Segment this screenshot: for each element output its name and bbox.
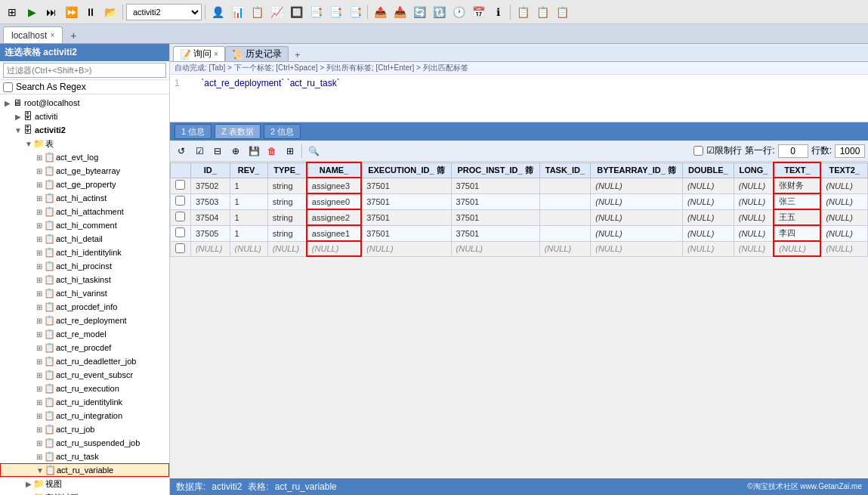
tree-toggle-9[interactable]: ⊞: [35, 221, 44, 230]
cell-0-11[interactable]: 张财务: [774, 178, 820, 193]
toolbar-btn-user[interactable]: 👤: [209, 3, 227, 21]
tree-toggle-2[interactable]: ▼: [14, 126, 23, 135]
tbl-btn-grid2[interactable]: ⊞: [282, 143, 298, 159]
first-row-input[interactable]: [778, 144, 808, 158]
tree-toggle-23[interactable]: ⊞: [35, 412, 44, 420]
cell-2-3[interactable]: string: [267, 209, 307, 225]
tbl-btn-save[interactable]: 💾: [246, 143, 262, 159]
sidebar-tree-item-2[interactable]: ▼🗄activiti2: [0, 123, 169, 137]
cell-4-0[interactable]: [171, 241, 191, 256]
cell-1-11[interactable]: 张三: [774, 193, 820, 209]
sidebar-tree-item-9[interactable]: ⊞📋act_hi_comment: [0, 218, 169, 232]
tbl-btn-filter[interactable]: 🔍: [305, 143, 322, 159]
col-header-1[interactable]: ID_: [190, 162, 230, 178]
col-header-7[interactable]: TASK_ID_: [539, 162, 591, 178]
cell-2-4[interactable]: assignee2: [307, 209, 361, 225]
sidebar-tree-item-1[interactable]: ▶🗄activiti: [0, 110, 169, 123]
tree-toggle-27[interactable]: ▼: [36, 466, 45, 475]
toolbar-btn-tbl3[interactable]: 📈: [267, 3, 286, 21]
tree-toggle-14[interactable]: ⊞: [35, 289, 44, 298]
cell-0-3[interactable]: string: [267, 178, 307, 193]
add-tab-button[interactable]: +: [66, 28, 81, 43]
tree-toggle-15[interactable]: ⊞: [35, 303, 44, 311]
sidebar-tree-item-8[interactable]: ⊞📋act_hi_attachment: [0, 205, 169, 218]
cell-4-6[interactable]: (NULL): [451, 241, 539, 256]
cell-2-7[interactable]: [539, 209, 591, 225]
limit-rows-checkbox[interactable]: [693, 146, 703, 156]
sidebar-tree-item-5[interactable]: ⊞📋act_ge_bytearray: [0, 164, 169, 178]
sidebar-tree-item-15[interactable]: ⊞📋act_procdef_info: [0, 300, 169, 314]
col-header-10[interactable]: LONG_: [734, 162, 774, 178]
cell-1-8[interactable]: (NULL): [591, 193, 683, 209]
cell-4-7[interactable]: (NULL): [539, 241, 591, 256]
result-tab-0[interactable]: 1 信息: [175, 124, 212, 139]
tbl-btn-add[interactable]: ⊕: [227, 143, 244, 159]
cell-3-4[interactable]: assignee1: [307, 225, 361, 241]
toolbar-btn-tbl6[interactable]: 📑: [326, 3, 344, 21]
tree-toggle-18[interactable]: ⊞: [35, 344, 44, 352]
tree-toggle-12[interactable]: ⊞: [35, 262, 44, 271]
toolbar-btn-sync[interactable]: 🔄: [410, 3, 428, 21]
cell-3-3[interactable]: string: [267, 225, 307, 241]
toolbar-btn-tbl7[interactable]: 📑: [346, 3, 364, 21]
table-row-4[interactable]: (NULL)(NULL)(NULL)(NULL)(NULL)(NULL)(NUL…: [171, 241, 868, 256]
tree-toggle-22[interactable]: ⊞: [35, 398, 44, 407]
toolbar-btn-copy3[interactable]: 📋: [553, 3, 571, 21]
cell-4-10[interactable]: (NULL): [734, 241, 774, 256]
tree-toggle-20[interactable]: ⊞: [35, 371, 44, 379]
toolbar-btn-clock[interactable]: 🕐: [449, 3, 468, 21]
cell-0-10[interactable]: (NULL): [734, 178, 774, 193]
tree-toggle-19[interactable]: ⊞: [35, 357, 44, 366]
toolbar-btn-cal[interactable]: 📅: [469, 3, 487, 21]
row-checkbox-0[interactable]: [175, 180, 185, 190]
cell-2-0[interactable]: [171, 209, 191, 225]
row-count-input[interactable]: [835, 144, 865, 158]
cell-2-2[interactable]: 1: [230, 209, 267, 225]
cell-1-4[interactable]: assignee0: [307, 193, 361, 209]
toolbar-btn-next[interactable]: ⏭: [42, 3, 60, 21]
sidebar-tree-item-24[interactable]: ⊞📋act_ru_job: [0, 422, 169, 436]
cell-1-6[interactable]: 37501: [451, 193, 539, 209]
tree-toggle-0[interactable]: ▶: [3, 99, 12, 107]
sidebar-tree-item-12[interactable]: ⊞📋act_hi_procinst: [0, 259, 169, 273]
cell-4-2[interactable]: (NULL): [230, 241, 267, 256]
cell-0-9[interactable]: (NULL): [682, 178, 734, 193]
tree-toggle-28[interactable]: ▶: [24, 480, 33, 488]
col-header-8[interactable]: BYTEARRAY_ID_ 筛: [591, 162, 683, 178]
cell-4-3[interactable]: (NULL): [267, 241, 307, 256]
cell-4-5[interactable]: (NULL): [361, 241, 451, 256]
cell-4-12[interactable]: (NULL): [820, 241, 867, 256]
cell-3-0[interactable]: [171, 225, 191, 241]
tree-toggle-16[interactable]: ⊞: [35, 317, 44, 325]
sidebar-tree-item-25[interactable]: ⊞📋act_ru_suspended_job: [0, 436, 169, 450]
toolbar-btn-copy2[interactable]: 📋: [533, 3, 551, 21]
cell-3-5[interactable]: 37501: [361, 225, 451, 241]
row-checkbox-4[interactable]: [175, 243, 185, 253]
sidebar-tree-item-10[interactable]: ⊞📋act_hi_detail: [0, 232, 169, 246]
sidebar-tree-item-23[interactable]: ⊞📋act_ru_integration: [0, 409, 169, 422]
sidebar-tree-item-20[interactable]: ⊞📋act_ru_event_subscr: [0, 368, 169, 382]
result-tab-2[interactable]: 2 信息: [264, 124, 301, 139]
query-tab-ask[interactable]: 📝 询问 ×: [173, 46, 225, 61]
sidebar-tree-item-7[interactable]: ⊞📋act_hi_actinst: [0, 191, 169, 205]
cell-1-0[interactable]: [171, 193, 191, 209]
tbl-btn-refresh[interactable]: ↺: [173, 143, 190, 159]
toolbar-btn-fast[interactable]: ⏩: [62, 3, 80, 21]
sidebar-tree-item-13[interactable]: ⊞📋act_hi_taskinst: [0, 273, 169, 286]
cell-0-12[interactable]: (NULL): [820, 178, 867, 193]
row-checkbox-1[interactable]: [175, 196, 185, 206]
toolbar-btn-export[interactable]: 📤: [371, 3, 389, 21]
cell-0-5[interactable]: 37501: [361, 178, 451, 193]
cell-3-1[interactable]: 37505: [190, 225, 230, 241]
tree-toggle-26[interactable]: ⊞: [35, 453, 44, 461]
cell-0-8[interactable]: (NULL): [591, 178, 683, 193]
cell-1-2[interactable]: 1: [230, 193, 267, 209]
tree-toggle-4[interactable]: ⊞: [35, 153, 44, 162]
tree-toggle-24[interactable]: ⊞: [35, 425, 44, 434]
cell-2-6[interactable]: 37501: [451, 209, 539, 225]
cell-3-2[interactable]: 1: [230, 225, 267, 241]
toolbar-btn-copy[interactable]: 📋: [514, 3, 532, 21]
cell-2-1[interactable]: 37504: [190, 209, 230, 225]
col-header-12[interactable]: TEXT2_: [820, 162, 867, 178]
sidebar-tree-item-26[interactable]: ⊞📋act_ru_task: [0, 450, 169, 463]
